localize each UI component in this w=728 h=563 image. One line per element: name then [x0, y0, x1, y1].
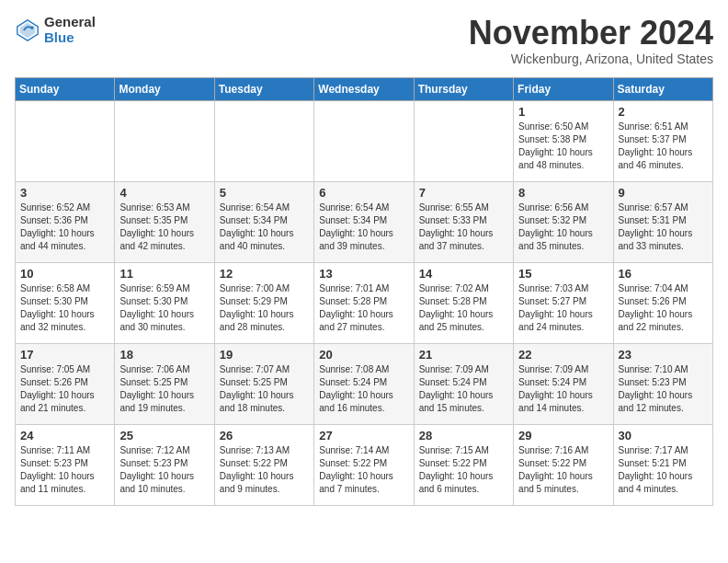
day-number: 28 [419, 429, 508, 442]
calendar-cell: 13Sunrise: 7:01 AM Sunset: 5:28 PM Dayli… [314, 262, 414, 343]
location-text: Wickenburg, Arizona, United States [469, 52, 713, 66]
calendar-cell: 6Sunrise: 6:54 AM Sunset: 5:34 PM Daylig… [314, 181, 414, 262]
calendar-cell: 3Sunrise: 6:52 AM Sunset: 5:36 PM Daylig… [16, 181, 115, 262]
calendar-cell: 9Sunrise: 6:57 AM Sunset: 5:31 PM Daylig… [613, 181, 712, 262]
day-header-friday: Friday [514, 77, 613, 100]
day-number: 24 [20, 429, 109, 442]
day-number: 5 [220, 186, 309, 200]
day-info: Sunrise: 6:52 AM Sunset: 5:36 PM Dayligh… [20, 201, 109, 253]
day-number: 21 [419, 348, 508, 362]
day-info: Sunrise: 6:55 AM Sunset: 5:33 PM Dayligh… [419, 201, 508, 253]
day-header-sunday: Sunday [16, 77, 115, 100]
day-info: Sunrise: 6:53 AM Sunset: 5:35 PM Dayligh… [119, 201, 209, 253]
day-number: 25 [119, 429, 209, 442]
day-info: Sunrise: 7:07 AM Sunset: 5:25 PM Dayligh… [220, 363, 309, 415]
day-info: Sunrise: 7:08 AM Sunset: 5:24 PM Dayligh… [319, 363, 408, 415]
calendar-cell: 18Sunrise: 7:06 AM Sunset: 5:25 PM Dayli… [115, 343, 214, 424]
calendar-cell: 5Sunrise: 6:54 AM Sunset: 5:34 PM Daylig… [214, 181, 313, 262]
logo-general-text: General [44, 15, 96, 30]
day-number: 30 [619, 429, 708, 442]
calendar-cell: 2Sunrise: 6:51 AM Sunset: 5:37 PM Daylig… [613, 100, 712, 181]
day-info: Sunrise: 7:03 AM Sunset: 5:27 PM Dayligh… [518, 282, 608, 334]
calendar-cell: 25Sunrise: 7:12 AM Sunset: 5:23 PM Dayli… [115, 424, 214, 505]
logo: General Blue [15, 15, 96, 45]
calendar-cell: 19Sunrise: 7:07 AM Sunset: 5:25 PM Dayli… [214, 343, 313, 424]
day-info: Sunrise: 6:54 AM Sunset: 5:34 PM Dayligh… [319, 201, 408, 253]
calendar-cell: 23Sunrise: 7:10 AM Sunset: 5:23 PM Dayli… [613, 343, 712, 424]
day-number: 14 [419, 267, 508, 281]
day-info: Sunrise: 7:10 AM Sunset: 5:23 PM Dayligh… [619, 363, 708, 415]
calendar-cell: 15Sunrise: 7:03 AM Sunset: 5:27 PM Dayli… [514, 262, 613, 343]
day-number: 15 [518, 267, 608, 281]
day-info: Sunrise: 6:57 AM Sunset: 5:31 PM Dayligh… [619, 201, 708, 253]
day-info: Sunrise: 7:13 AM Sunset: 5:22 PM Dayligh… [220, 444, 309, 496]
day-info: Sunrise: 7:12 AM Sunset: 5:23 PM Dayligh… [119, 444, 209, 496]
day-info: Sunrise: 7:00 AM Sunset: 5:29 PM Dayligh… [220, 282, 309, 334]
calendar-cell: 24Sunrise: 7:11 AM Sunset: 5:23 PM Dayli… [16, 424, 115, 505]
day-info: Sunrise: 6:51 AM Sunset: 5:37 PM Dayligh… [619, 121, 708, 172]
day-info: Sunrise: 7:09 AM Sunset: 5:24 PM Dayligh… [518, 363, 608, 415]
day-number: 20 [319, 348, 408, 362]
day-number: 10 [20, 267, 109, 281]
day-info: Sunrise: 7:15 AM Sunset: 5:22 PM Dayligh… [419, 444, 508, 496]
day-info: Sunrise: 6:50 AM Sunset: 5:38 PM Dayligh… [518, 121, 608, 172]
day-number: 8 [518, 186, 608, 200]
day-number: 11 [119, 267, 209, 281]
calendar-cell [115, 100, 214, 181]
title-block: November 2024 Wickenburg, Arizona, Unite… [469, 15, 713, 66]
days-header-row: SundayMondayTuesdayWednesdayThursdayFrid… [16, 77, 713, 100]
day-info: Sunrise: 7:01 AM Sunset: 5:28 PM Dayligh… [319, 282, 408, 334]
day-number: 4 [119, 186, 209, 200]
page-header: General Blue November 2024 Wickenburg, A… [15, 15, 713, 66]
logo-text: General Blue [44, 15, 96, 45]
day-number: 2 [619, 105, 708, 119]
day-number: 27 [319, 429, 408, 442]
day-number: 9 [619, 186, 708, 200]
calendar-table: SundayMondayTuesdayWednesdayThursdayFrid… [15, 77, 713, 506]
calendar-cell: 10Sunrise: 6:58 AM Sunset: 5:30 PM Dayli… [16, 262, 115, 343]
calendar-cell: 27Sunrise: 7:14 AM Sunset: 5:22 PM Dayli… [314, 424, 414, 505]
day-info: Sunrise: 7:02 AM Sunset: 5:28 PM Dayligh… [419, 282, 508, 334]
day-number: 29 [518, 429, 608, 442]
week-row-5: 24Sunrise: 7:11 AM Sunset: 5:23 PM Dayli… [16, 424, 713, 505]
calendar-cell: 20Sunrise: 7:08 AM Sunset: 5:24 PM Dayli… [314, 343, 414, 424]
calendar-cell: 21Sunrise: 7:09 AM Sunset: 5:24 PM Dayli… [414, 343, 513, 424]
day-header-monday: Monday [115, 77, 214, 100]
calendar-cell: 17Sunrise: 7:05 AM Sunset: 5:26 PM Dayli… [16, 343, 115, 424]
calendar-cell: 30Sunrise: 7:17 AM Sunset: 5:21 PM Dayli… [613, 424, 712, 505]
calendar-cell: 29Sunrise: 7:16 AM Sunset: 5:22 PM Dayli… [514, 424, 613, 505]
day-header-saturday: Saturday [613, 77, 712, 100]
calendar-cell [16, 100, 115, 181]
day-number: 17 [20, 348, 109, 362]
day-number: 18 [119, 348, 209, 362]
day-number: 12 [220, 267, 309, 281]
calendar-cell [414, 100, 513, 181]
week-row-2: 3Sunrise: 6:52 AM Sunset: 5:36 PM Daylig… [16, 181, 713, 262]
calendar-cell: 28Sunrise: 7:15 AM Sunset: 5:22 PM Dayli… [414, 424, 513, 505]
logo-blue-text: Blue [44, 30, 96, 46]
svg-marker-1 [20, 22, 36, 38]
day-info: Sunrise: 7:17 AM Sunset: 5:21 PM Dayligh… [619, 444, 708, 496]
day-number: 16 [619, 267, 708, 281]
calendar-cell: 8Sunrise: 6:56 AM Sunset: 5:32 PM Daylig… [514, 181, 613, 262]
week-row-4: 17Sunrise: 7:05 AM Sunset: 5:26 PM Dayli… [16, 343, 713, 424]
day-header-tuesday: Tuesday [214, 77, 313, 100]
day-number: 13 [319, 267, 408, 281]
calendar-cell: 7Sunrise: 6:55 AM Sunset: 5:33 PM Daylig… [414, 181, 513, 262]
day-number: 23 [619, 348, 708, 362]
day-info: Sunrise: 7:14 AM Sunset: 5:22 PM Dayligh… [319, 444, 408, 496]
calendar-cell [214, 100, 313, 181]
day-number: 19 [220, 348, 309, 362]
calendar-cell: 1Sunrise: 6:50 AM Sunset: 5:38 PM Daylig… [514, 100, 613, 181]
day-info: Sunrise: 7:06 AM Sunset: 5:25 PM Dayligh… [119, 363, 209, 415]
calendar-cell: 14Sunrise: 7:02 AM Sunset: 5:28 PM Dayli… [414, 262, 513, 343]
calendar-cell: 16Sunrise: 7:04 AM Sunset: 5:26 PM Dayli… [613, 262, 712, 343]
calendar-cell: 12Sunrise: 7:00 AM Sunset: 5:29 PM Dayli… [214, 262, 313, 343]
day-number: 3 [20, 186, 109, 200]
day-info: Sunrise: 7:04 AM Sunset: 5:26 PM Dayligh… [619, 282, 708, 334]
day-number: 7 [419, 186, 508, 200]
day-header-wednesday: Wednesday [314, 77, 414, 100]
calendar-cell: 22Sunrise: 7:09 AM Sunset: 5:24 PM Dayli… [514, 343, 613, 424]
day-number: 1 [518, 105, 608, 119]
day-number: 26 [220, 429, 309, 442]
